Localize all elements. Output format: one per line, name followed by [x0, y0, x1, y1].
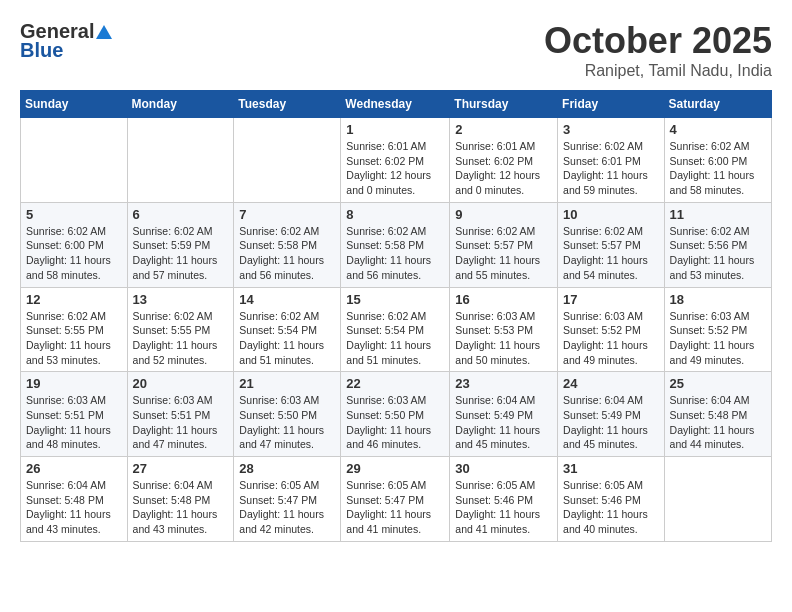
calendar-week-4: 19Sunrise: 6:03 AM Sunset: 5:51 PM Dayli…: [21, 372, 772, 457]
logo: General Blue: [20, 20, 114, 62]
day-number: 10: [563, 207, 659, 222]
day-number: 26: [26, 461, 122, 476]
day-number: 3: [563, 122, 659, 137]
day-number: 5: [26, 207, 122, 222]
day-info: Sunrise: 6:02 AM Sunset: 5:58 PM Dayligh…: [239, 224, 335, 283]
day-info: Sunrise: 6:02 AM Sunset: 6:00 PM Dayligh…: [26, 224, 122, 283]
day-number: 23: [455, 376, 552, 391]
day-number: 15: [346, 292, 444, 307]
calendar-cell: 6Sunrise: 6:02 AM Sunset: 5:59 PM Daylig…: [127, 202, 234, 287]
calendar-cell: 2Sunrise: 6:01 AM Sunset: 6:02 PM Daylig…: [450, 118, 558, 203]
calendar-cell: 15Sunrise: 6:02 AM Sunset: 5:54 PM Dayli…: [341, 287, 450, 372]
day-info: Sunrise: 6:02 AM Sunset: 5:59 PM Dayligh…: [133, 224, 229, 283]
day-info: Sunrise: 6:03 AM Sunset: 5:52 PM Dayligh…: [670, 309, 766, 368]
calendar-cell: [234, 118, 341, 203]
calendar-header-thursday: Thursday: [450, 91, 558, 118]
calendar-cell: 27Sunrise: 6:04 AM Sunset: 5:48 PM Dayli…: [127, 457, 234, 542]
calendar-week-3: 12Sunrise: 6:02 AM Sunset: 5:55 PM Dayli…: [21, 287, 772, 372]
day-number: 28: [239, 461, 335, 476]
calendar-cell: 22Sunrise: 6:03 AM Sunset: 5:50 PM Dayli…: [341, 372, 450, 457]
day-info: Sunrise: 6:02 AM Sunset: 5:55 PM Dayligh…: [26, 309, 122, 368]
day-info: Sunrise: 6:05 AM Sunset: 5:46 PM Dayligh…: [455, 478, 552, 537]
day-number: 16: [455, 292, 552, 307]
day-number: 20: [133, 376, 229, 391]
calendar-header-tuesday: Tuesday: [234, 91, 341, 118]
day-number: 25: [670, 376, 766, 391]
day-info: Sunrise: 6:03 AM Sunset: 5:50 PM Dayligh…: [346, 393, 444, 452]
calendar-week-5: 26Sunrise: 6:04 AM Sunset: 5:48 PM Dayli…: [21, 457, 772, 542]
calendar-cell: 17Sunrise: 6:03 AM Sunset: 5:52 PM Dayli…: [558, 287, 665, 372]
svg-marker-0: [96, 25, 112, 39]
location: Ranipet, Tamil Nadu, India: [544, 62, 772, 80]
day-number: 4: [670, 122, 766, 137]
calendar-cell: [21, 118, 128, 203]
calendar-table: SundayMondayTuesdayWednesdayThursdayFrid…: [20, 90, 772, 542]
day-info: Sunrise: 6:02 AM Sunset: 5:57 PM Dayligh…: [455, 224, 552, 283]
calendar-cell: 4Sunrise: 6:02 AM Sunset: 6:00 PM Daylig…: [664, 118, 771, 203]
calendar-cell: 23Sunrise: 6:04 AM Sunset: 5:49 PM Dayli…: [450, 372, 558, 457]
day-number: 6: [133, 207, 229, 222]
calendar-cell: 20Sunrise: 6:03 AM Sunset: 5:51 PM Dayli…: [127, 372, 234, 457]
day-number: 17: [563, 292, 659, 307]
page-header: General Blue October 2025 Ranipet, Tamil…: [20, 20, 772, 80]
calendar-header-monday: Monday: [127, 91, 234, 118]
calendar-cell: 30Sunrise: 6:05 AM Sunset: 5:46 PM Dayli…: [450, 457, 558, 542]
day-number: 21: [239, 376, 335, 391]
day-number: 1: [346, 122, 444, 137]
day-number: 8: [346, 207, 444, 222]
calendar-cell: 11Sunrise: 6:02 AM Sunset: 5:56 PM Dayli…: [664, 202, 771, 287]
calendar-cell: 28Sunrise: 6:05 AM Sunset: 5:47 PM Dayli…: [234, 457, 341, 542]
day-info: Sunrise: 6:05 AM Sunset: 5:47 PM Dayligh…: [239, 478, 335, 537]
day-number: 24: [563, 376, 659, 391]
calendar-cell: 14Sunrise: 6:02 AM Sunset: 5:54 PM Dayli…: [234, 287, 341, 372]
day-info: Sunrise: 6:03 AM Sunset: 5:52 PM Dayligh…: [563, 309, 659, 368]
calendar-header-wednesday: Wednesday: [341, 91, 450, 118]
day-number: 31: [563, 461, 659, 476]
day-info: Sunrise: 6:03 AM Sunset: 5:53 PM Dayligh…: [455, 309, 552, 368]
day-info: Sunrise: 6:02 AM Sunset: 5:54 PM Dayligh…: [346, 309, 444, 368]
day-info: Sunrise: 6:02 AM Sunset: 5:56 PM Dayligh…: [670, 224, 766, 283]
day-number: 13: [133, 292, 229, 307]
day-info: Sunrise: 6:03 AM Sunset: 5:51 PM Dayligh…: [133, 393, 229, 452]
day-number: 30: [455, 461, 552, 476]
day-info: Sunrise: 6:03 AM Sunset: 5:50 PM Dayligh…: [239, 393, 335, 452]
day-info: Sunrise: 6:04 AM Sunset: 5:48 PM Dayligh…: [670, 393, 766, 452]
calendar-cell: [127, 118, 234, 203]
day-info: Sunrise: 6:01 AM Sunset: 6:02 PM Dayligh…: [455, 139, 552, 198]
calendar-cell: 18Sunrise: 6:03 AM Sunset: 5:52 PM Dayli…: [664, 287, 771, 372]
day-number: 22: [346, 376, 444, 391]
day-number: 18: [670, 292, 766, 307]
calendar-header-sunday: Sunday: [21, 91, 128, 118]
calendar-header-friday: Friday: [558, 91, 665, 118]
day-number: 9: [455, 207, 552, 222]
day-info: Sunrise: 6:04 AM Sunset: 5:48 PM Dayligh…: [133, 478, 229, 537]
day-info: Sunrise: 6:05 AM Sunset: 5:47 PM Dayligh…: [346, 478, 444, 537]
month-title: October 2025: [544, 20, 772, 62]
day-info: Sunrise: 6:01 AM Sunset: 6:02 PM Dayligh…: [346, 139, 444, 198]
day-number: 14: [239, 292, 335, 307]
calendar-cell: 29Sunrise: 6:05 AM Sunset: 5:47 PM Dayli…: [341, 457, 450, 542]
day-number: 11: [670, 207, 766, 222]
calendar-cell: 16Sunrise: 6:03 AM Sunset: 5:53 PM Dayli…: [450, 287, 558, 372]
day-number: 29: [346, 461, 444, 476]
day-number: 19: [26, 376, 122, 391]
day-info: Sunrise: 6:02 AM Sunset: 5:55 PM Dayligh…: [133, 309, 229, 368]
day-info: Sunrise: 6:04 AM Sunset: 5:48 PM Dayligh…: [26, 478, 122, 537]
calendar-cell: 3Sunrise: 6:02 AM Sunset: 6:01 PM Daylig…: [558, 118, 665, 203]
calendar-cell: 5Sunrise: 6:02 AM Sunset: 6:00 PM Daylig…: [21, 202, 128, 287]
day-info: Sunrise: 6:02 AM Sunset: 5:58 PM Dayligh…: [346, 224, 444, 283]
calendar-cell: [664, 457, 771, 542]
calendar-cell: 8Sunrise: 6:02 AM Sunset: 5:58 PM Daylig…: [341, 202, 450, 287]
calendar-header-saturday: Saturday: [664, 91, 771, 118]
day-info: Sunrise: 6:03 AM Sunset: 5:51 PM Dayligh…: [26, 393, 122, 452]
calendar-cell: 31Sunrise: 6:05 AM Sunset: 5:46 PM Dayli…: [558, 457, 665, 542]
day-number: 7: [239, 207, 335, 222]
calendar-week-2: 5Sunrise: 6:02 AM Sunset: 6:00 PM Daylig…: [21, 202, 772, 287]
logo-blue: Blue: [20, 39, 63, 62]
day-info: Sunrise: 6:05 AM Sunset: 5:46 PM Dayligh…: [563, 478, 659, 537]
calendar-cell: 21Sunrise: 6:03 AM Sunset: 5:50 PM Dayli…: [234, 372, 341, 457]
day-number: 12: [26, 292, 122, 307]
calendar-cell: 25Sunrise: 6:04 AM Sunset: 5:48 PM Dayli…: [664, 372, 771, 457]
calendar-cell: 12Sunrise: 6:02 AM Sunset: 5:55 PM Dayli…: [21, 287, 128, 372]
calendar-cell: 9Sunrise: 6:02 AM Sunset: 5:57 PM Daylig…: [450, 202, 558, 287]
